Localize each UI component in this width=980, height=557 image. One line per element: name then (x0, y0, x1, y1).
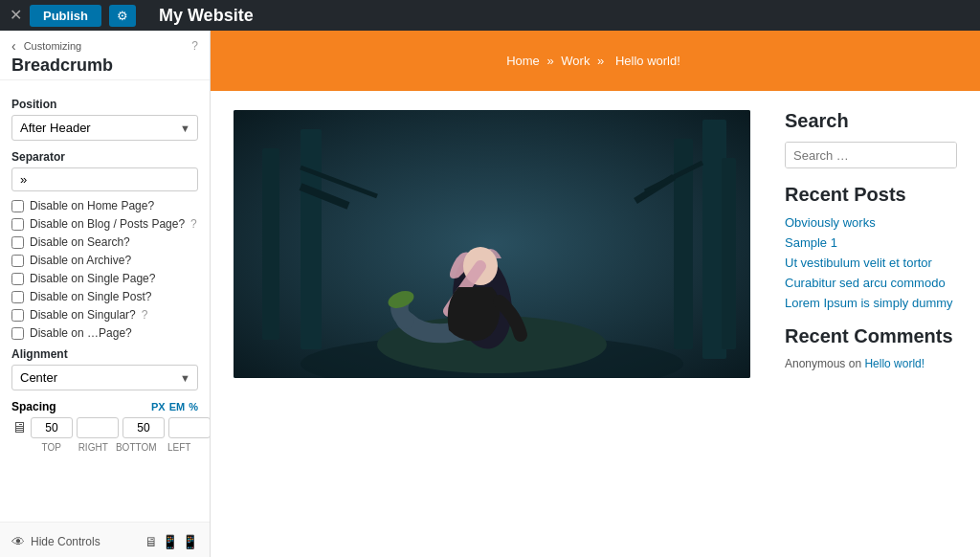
spacing-bottom-label: BOTTOM (116, 442, 157, 453)
list-item: Obviously works (785, 215, 957, 230)
svg-rect-1 (262, 148, 279, 340)
spacing-device-icon: 🖥 (11, 419, 27, 436)
alignment-label: Alignment (11, 347, 198, 361)
spacing-units: PX EM % (151, 401, 198, 412)
preview-image (234, 110, 750, 378)
search-box: 🔍 (785, 142, 957, 168)
breadcrumb-sep1: » (546, 54, 557, 68)
hide-controls-label: Hide Controls (31, 535, 100, 548)
alignment-select-wrapper: Center Left Right ▼ (11, 365, 198, 390)
checkbox-singular-input[interactable] (11, 309, 24, 322)
breadcrumb-sep2: » (597, 54, 608, 68)
checkbox-singular: Disable on Singular? ? (11, 308, 198, 322)
checkbox-single-page-label: Disable on Single Page? (30, 272, 155, 285)
spacing-right-label: RIGHT (74, 442, 111, 453)
post-link-5[interactable]: Lorem Ipsum is simply dummy (785, 296, 953, 310)
publish-button[interactable]: Publish (30, 5, 101, 27)
checkboxes-group: Disable on Home Page? Disable on Blog / … (11, 199, 198, 340)
recent-comments-title: Recent Comments (785, 325, 957, 347)
preview-content: Search 🔍 Recent Posts Obviously works Sa… (211, 91, 980, 557)
site-title: My Website (159, 6, 254, 26)
recent-posts-list: Obviously works Sample 1 Ut vestibulum v… (785, 215, 957, 310)
sidebar-header: ‹ Customizing ? Breadcrumb (0, 31, 210, 80)
checkbox-page-label: Disable on …Page? (30, 326, 132, 340)
spacing-unit-em[interactable]: EM (169, 401, 186, 412)
checkbox-search: Disable on Search? (11, 235, 198, 249)
checkbox-single-post-input[interactable] (11, 291, 24, 303)
topbar: ✕ Publish ⚙ My Website (0, 0, 980, 31)
position-select-wrapper: After Header Before Header After Content… (11, 115, 198, 141)
spacing-left-label: LEFT (161, 442, 198, 453)
checkbox-home-label: Disable on Home Page? (30, 199, 154, 212)
spacing-unit-percent[interactable]: % (189, 401, 198, 412)
list-item: Ut vestibulum velit et tortor (785, 256, 957, 270)
separator-label: Separator (11, 150, 198, 164)
spacing-left-input[interactable] (168, 417, 211, 438)
main-layout: ‹ Customizing ? Breadcrumb Position Afte… (0, 31, 980, 557)
checkbox-single-post-label: Disable on Single Post? (30, 290, 151, 303)
comment-text: Anonymous on (785, 357, 864, 370)
spacing-unit-px[interactable]: PX (151, 401, 166, 412)
checkbox-page-input[interactable] (11, 327, 24, 340)
checkbox-blog-input[interactable] (11, 218, 24, 231)
checkbox-search-input[interactable] (11, 236, 24, 249)
breadcrumb-home[interactable]: Home (506, 54, 540, 68)
alignment-select[interactable]: Center Left Right (11, 365, 198, 390)
checkbox-home-input[interactable] (11, 200, 24, 212)
preview-area: Home » Work » Hello world! (211, 31, 980, 557)
checkbox-archive-input[interactable] (11, 255, 24, 267)
checkbox-page: Disable on …Page? (11, 326, 198, 340)
checkbox-archive-label: Disable on Archive? (30, 254, 131, 267)
svg-rect-5 (722, 158, 736, 349)
search-input[interactable] (786, 143, 957, 167)
post-link-3[interactable]: Ut vestibulum velit et tortor (785, 256, 932, 270)
checkbox-blog: Disable on Blog / Posts Page? ? (11, 217, 198, 231)
spacing-top-input[interactable] (31, 417, 73, 438)
position-select[interactable]: After Header Before Header After Content (11, 115, 198, 141)
preview-main (234, 110, 762, 538)
eye-icon: 👁 (11, 534, 25, 549)
spacing-label: Spacing PX EM % (11, 400, 198, 413)
sidebar-body: Position After Header Before Header Afte… (0, 80, 210, 522)
close-button[interactable]: ✕ (10, 8, 22, 23)
checkbox-singular-label: Disable on Singular? (30, 308, 136, 322)
checkbox-archive: Disable on Archive? (11, 254, 198, 267)
spacing-right-input[interactable] (77, 417, 119, 438)
position-label: Position (11, 98, 198, 111)
svg-rect-2 (301, 129, 322, 349)
search-widget-title: Search (785, 110, 957, 132)
help-icon[interactable]: ? (191, 39, 198, 53)
list-item: Anonymous on Hello world! (785, 357, 957, 370)
checkbox-search-label: Disable on Search? (30, 235, 130, 249)
gear-button[interactable]: ⚙ (109, 5, 136, 27)
list-item: Lorem Ipsum is simply dummy (785, 296, 957, 310)
sidebar-footer: 👁 Hide Controls 🖥 📱 📱 (0, 522, 210, 557)
breadcrumb-current: Hello world! (615, 54, 680, 68)
mobile-icon[interactable]: 📱 (182, 534, 198, 549)
spacing-bottom-input[interactable] (122, 417, 165, 438)
checkbox-blog-label: Disable on Blog / Posts Page? (30, 217, 185, 231)
breadcrumb-work[interactable]: Work (561, 54, 590, 68)
help-blog-icon[interactable]: ? (190, 217, 197, 231)
checkbox-single-page: Disable on Single Page? (11, 272, 198, 285)
spacing-top-label: TOP (33, 442, 70, 453)
separator-input[interactable] (11, 167, 198, 191)
post-link-4[interactable]: Curabitur sed arcu commodo (785, 276, 946, 290)
list-item: Curabitur sed arcu commodo (785, 276, 957, 290)
recent-comments-list: Anonymous on Hello world! (785, 357, 957, 370)
comment-link[interactable]: Hello world! (864, 357, 924, 370)
post-link-1[interactable]: Obviously works (785, 215, 876, 230)
section-title: Breadcrumb (11, 56, 198, 76)
preview-image-svg (234, 110, 750, 378)
help-singular-icon[interactable]: ? (142, 308, 148, 322)
checkbox-single-page-input[interactable] (11, 273, 24, 285)
checkbox-home: Disable on Home Page? (11, 199, 198, 212)
desktop-icon[interactable]: 🖥 (145, 534, 158, 549)
checkbox-single-post: Disable on Single Post? (11, 290, 198, 303)
list-item: Sample 1 (785, 235, 957, 250)
tablet-icon[interactable]: 📱 (162, 534, 178, 549)
back-button[interactable]: ‹ (11, 38, 16, 54)
post-link-2[interactable]: Sample 1 (785, 235, 837, 250)
preview-header: Home » Work » Hello world! (211, 31, 980, 91)
recent-posts-title: Recent Posts (785, 184, 957, 206)
